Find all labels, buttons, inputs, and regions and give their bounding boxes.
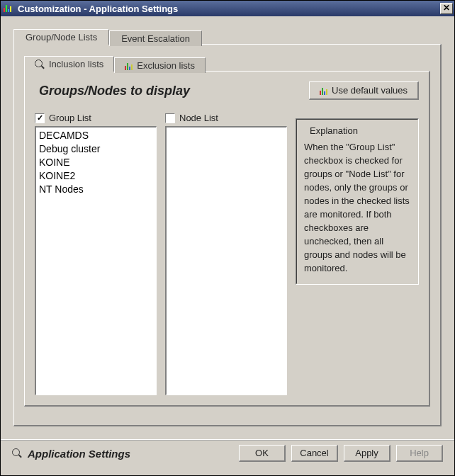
bars-icon — [320, 86, 327, 95]
tab-label: Inclusion lists — [49, 59, 103, 69]
list-item[interactable]: DECAMDS — [39, 129, 153, 142]
inner-tab-panel: Groups/Nodes to display Use default valu… — [24, 71, 430, 407]
tab-label: Group/Node Lists — [26, 32, 97, 42]
footer-title-text: Application Settings — [28, 448, 130, 460]
ok-button[interactable]: OK — [239, 445, 286, 462]
group-list-checkbox[interactable]: ✓ — [35, 113, 45, 123]
tab-event-escalation[interactable]: Event Escalation — [109, 30, 202, 46]
tab-inclusion-lists[interactable]: Inclusion lists — [24, 56, 114, 72]
list-item[interactable]: KOINE2 — [39, 169, 153, 183]
magnifier-icon — [12, 448, 22, 458]
node-listbox[interactable] — [165, 126, 287, 395]
list-item[interactable]: NT Nodes — [39, 183, 153, 196]
help-button[interactable]: Help — [396, 445, 443, 462]
tab-label: Event Escalation — [121, 33, 190, 44]
explanation-text: When the "Group List" checkbox is checke… — [304, 140, 410, 275]
node-list-column: Node List — [165, 113, 287, 395]
cancel-button[interactable]: Cancel — [291, 445, 338, 462]
footer-bar: Application Settings OK Cancel Apply Hel… — [1, 439, 454, 462]
app-icon — [4, 4, 13, 13]
outer-tab-container: Group/Node Lists Event Escalation Inclus… — [13, 29, 442, 426]
magnifier-icon — [35, 60, 45, 69]
outer-tab-panel: Inclusion lists Exclusion lists — [13, 44, 442, 426]
section-title: Groups/Nodes to display — [35, 84, 190, 98]
explanation-title: Explanation — [307, 125, 361, 136]
apply-button[interactable]: Apply — [344, 445, 391, 462]
group-list-column: ✓ Group List DECAMDSDebug clusterKOINEKO… — [35, 113, 157, 395]
window-title: Customization - Application Settings — [18, 4, 178, 14]
list-item[interactable]: Debug cluster — [39, 142, 153, 156]
tab-label: Exclusion lists — [137, 60, 195, 71]
inner-tab-container: Inclusion lists Exclusion lists — [24, 56, 430, 407]
tab-exclusion-lists[interactable]: Exclusion lists — [114, 57, 206, 73]
node-list-label: Node List — [179, 113, 218, 123]
node-list-checkbox[interactable] — [165, 113, 175, 123]
group-list-label: Group List — [49, 113, 91, 123]
bars-icon — [125, 62, 133, 70]
group-listbox[interactable]: DECAMDSDebug clusterKOINEKOINE2NT Nodes — [35, 126, 157, 395]
tab-group-node-lists[interactable]: Group/Node Lists — [13, 29, 109, 45]
title-bar: Customization - Application Settings ✕ — [1, 1, 454, 16]
dialog-window: Customization - Application Settings ✕ G… — [0, 0, 455, 476]
button-label: Use default values — [332, 85, 408, 96]
use-default-values-button[interactable]: Use default values — [309, 81, 419, 100]
close-button[interactable]: ✕ — [440, 3, 453, 14]
explanation-groupbox: Explanation When the "Group List" checkb… — [296, 118, 419, 285]
list-item[interactable]: KOINE — [39, 156, 153, 169]
